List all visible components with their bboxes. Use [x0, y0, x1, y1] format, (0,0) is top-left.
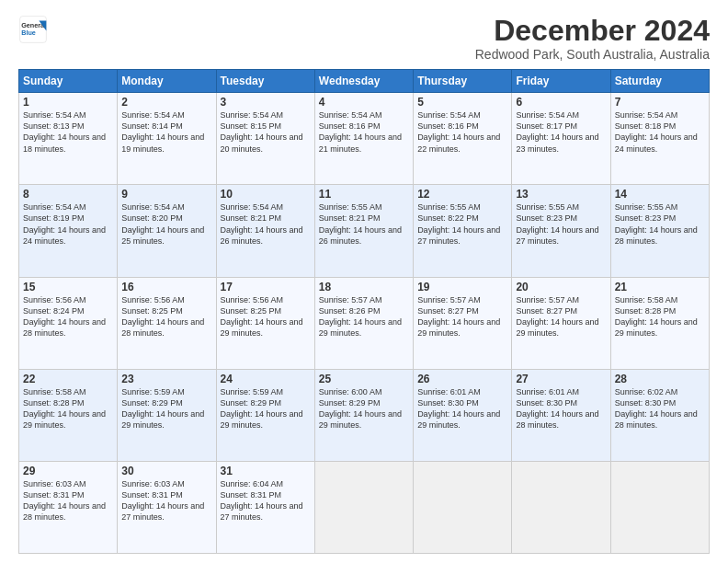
calendar-header: Sunday Monday Tuesday Wednesday Thursday…: [19, 70, 710, 93]
day-number: 12: [417, 188, 507, 201]
col-monday: Monday: [118, 70, 216, 93]
day-number: 25: [319, 373, 409, 385]
table-row: 21 Sunrise: 5:58 AM Sunset: 8:28 PM Dayl…: [610, 277, 709, 369]
day-number: 24: [221, 373, 311, 385]
day-info: Sunrise: 5:54 AM Sunset: 8:14 PM Dayligh…: [121, 109, 211, 155]
calendar-body: 1 Sunrise: 5:54 AM Sunset: 8:13 PM Dayli…: [19, 93, 710, 554]
table-row: 8 Sunrise: 5:54 AM Sunset: 8:19 PM Dayli…: [19, 185, 118, 277]
table-row: 7 Sunrise: 5:54 AM Sunset: 8:18 PM Dayli…: [610, 93, 709, 185]
day-info: Sunrise: 5:54 AM Sunset: 8:17 PM Dayligh…: [516, 109, 606, 155]
table-row: 19 Sunrise: 5:57 AM Sunset: 8:27 PM Dayl…: [414, 277, 512, 369]
day-info: Sunrise: 6:00 AM Sunset: 8:29 PM Dayligh…: [319, 386, 409, 431]
subtitle: Redwood Park, South Australia, Australia: [475, 47, 710, 62]
day-number: 11: [319, 188, 409, 201]
calendar-week-3: 15 Sunrise: 5:56 AM Sunset: 8:24 PM Dayl…: [19, 277, 710, 369]
col-wednesday: Wednesday: [314, 70, 413, 93]
col-saturday: Saturday: [610, 70, 709, 93]
table-row: 4 Sunrise: 5:54 AM Sunset: 8:16 PM Dayli…: [314, 93, 413, 185]
table-row: 18 Sunrise: 5:57 AM Sunset: 8:26 PM Dayl…: [314, 277, 413, 369]
day-number: 10: [221, 188, 311, 201]
table-row: 10 Sunrise: 5:54 AM Sunset: 8:21 PM Dayl…: [216, 185, 314, 277]
table-row: 23 Sunrise: 5:59 AM Sunset: 8:29 PM Dayl…: [118, 369, 216, 461]
table-row: 14 Sunrise: 5:55 AM Sunset: 8:23 PM Dayl…: [610, 185, 709, 277]
day-info: Sunrise: 5:55 AM Sunset: 8:23 PM Dayligh…: [615, 201, 705, 247]
table-row: 16 Sunrise: 5:56 AM Sunset: 8:25 PM Dayl…: [118, 277, 216, 369]
calendar-week-1: 1 Sunrise: 5:54 AM Sunset: 8:13 PM Dayli…: [19, 93, 710, 185]
header: General Blue December 2024 Redwood Park,…: [18, 15, 710, 62]
day-info: Sunrise: 5:59 AM Sunset: 8:29 PM Dayligh…: [121, 386, 211, 431]
table-row: 5 Sunrise: 5:54 AM Sunset: 8:16 PM Dayli…: [414, 93, 512, 185]
day-info: Sunrise: 5:54 AM Sunset: 8:16 PM Dayligh…: [417, 109, 507, 155]
day-info: Sunrise: 6:02 AM Sunset: 8:30 PM Dayligh…: [615, 386, 705, 431]
svg-text:Blue: Blue: [21, 29, 36, 37]
day-info: Sunrise: 5:54 AM Sunset: 8:13 PM Dayligh…: [23, 109, 113, 155]
calendar-week-5: 29 Sunrise: 6:03 AM Sunset: 8:31 PM Dayl…: [19, 461, 710, 553]
header-row: Sunday Monday Tuesday Wednesday Thursday…: [19, 70, 710, 93]
table-row: 22 Sunrise: 5:58 AM Sunset: 8:28 PM Dayl…: [19, 369, 118, 461]
day-number: 26: [417, 373, 507, 385]
table-row: 1 Sunrise: 5:54 AM Sunset: 8:13 PM Dayli…: [19, 93, 118, 185]
day-info: Sunrise: 6:01 AM Sunset: 8:30 PM Dayligh…: [516, 386, 606, 431]
table-row: 3 Sunrise: 5:54 AM Sunset: 8:15 PM Dayli…: [216, 93, 314, 185]
table-row: [610, 461, 709, 553]
day-number: 31: [221, 465, 311, 477]
day-info: Sunrise: 5:56 AM Sunset: 8:24 PM Dayligh…: [23, 294, 113, 339]
day-number: 8: [23, 188, 113, 201]
main-title: December 2024: [475, 15, 710, 47]
table-row: 11 Sunrise: 5:55 AM Sunset: 8:21 PM Dayl…: [314, 185, 413, 277]
day-number: 23: [121, 373, 211, 385]
day-number: 5: [417, 96, 507, 109]
day-number: 22: [23, 373, 113, 385]
day-info: Sunrise: 5:56 AM Sunset: 8:25 PM Dayligh…: [221, 294, 311, 339]
day-info: Sunrise: 5:54 AM Sunset: 8:18 PM Dayligh…: [615, 109, 705, 155]
logo-icon: General Blue: [18, 15, 48, 44]
day-number: 27: [516, 373, 606, 385]
day-number: 14: [615, 188, 705, 201]
calendar-week-2: 8 Sunrise: 5:54 AM Sunset: 8:19 PM Dayli…: [19, 185, 710, 277]
table-row: 15 Sunrise: 5:56 AM Sunset: 8:24 PM Dayl…: [19, 277, 118, 369]
day-number: 18: [319, 281, 409, 293]
day-info: Sunrise: 5:54 AM Sunset: 8:20 PM Dayligh…: [121, 201, 211, 247]
day-number: 1: [23, 96, 113, 109]
day-number: 17: [221, 281, 311, 293]
table-row: 24 Sunrise: 5:59 AM Sunset: 8:29 PM Dayl…: [216, 369, 314, 461]
day-info: Sunrise: 5:57 AM Sunset: 8:26 PM Dayligh…: [319, 294, 409, 339]
table-row: 20 Sunrise: 5:57 AM Sunset: 8:27 PM Dayl…: [512, 277, 610, 369]
col-sunday: Sunday: [19, 70, 118, 93]
table-row: [414, 461, 512, 553]
day-number: 19: [417, 281, 507, 293]
day-number: 21: [615, 281, 705, 293]
day-info: Sunrise: 5:55 AM Sunset: 8:21 PM Dayligh…: [319, 201, 409, 247]
day-info: Sunrise: 5:56 AM Sunset: 8:25 PM Dayligh…: [121, 294, 211, 339]
day-number: 28: [615, 373, 705, 385]
table-row: [314, 461, 413, 553]
table-row: [512, 461, 610, 553]
day-number: 29: [23, 465, 113, 477]
table-row: 6 Sunrise: 5:54 AM Sunset: 8:17 PM Dayli…: [512, 93, 610, 185]
day-number: 4: [319, 96, 409, 109]
day-info: Sunrise: 5:57 AM Sunset: 8:27 PM Dayligh…: [516, 294, 606, 339]
day-number: 13: [516, 188, 606, 201]
calendar-table: Sunday Monday Tuesday Wednesday Thursday…: [18, 69, 710, 554]
day-number: 15: [23, 281, 113, 293]
col-friday: Friday: [512, 70, 610, 93]
day-info: Sunrise: 6:03 AM Sunset: 8:31 PM Dayligh…: [121, 478, 211, 523]
day-number: 7: [615, 96, 705, 109]
table-row: 2 Sunrise: 5:54 AM Sunset: 8:14 PM Dayli…: [118, 93, 216, 185]
col-tuesday: Tuesday: [216, 70, 314, 93]
day-info: Sunrise: 5:54 AM Sunset: 8:21 PM Dayligh…: [221, 201, 311, 247]
day-number: 20: [516, 281, 606, 293]
day-info: Sunrise: 5:59 AM Sunset: 8:29 PM Dayligh…: [221, 386, 311, 431]
calendar-week-4: 22 Sunrise: 5:58 AM Sunset: 8:28 PM Dayl…: [19, 369, 710, 461]
day-info: Sunrise: 5:54 AM Sunset: 8:19 PM Dayligh…: [23, 201, 113, 247]
day-info: Sunrise: 5:57 AM Sunset: 8:27 PM Dayligh…: [417, 294, 507, 339]
table-row: 12 Sunrise: 5:55 AM Sunset: 8:22 PM Dayl…: [414, 185, 512, 277]
day-number: 9: [121, 188, 211, 201]
table-row: 25 Sunrise: 6:00 AM Sunset: 8:29 PM Dayl…: [314, 369, 413, 461]
day-info: Sunrise: 6:01 AM Sunset: 8:30 PM Dayligh…: [417, 386, 507, 431]
table-row: 29 Sunrise: 6:03 AM Sunset: 8:31 PM Dayl…: [19, 461, 118, 553]
day-info: Sunrise: 5:58 AM Sunset: 8:28 PM Dayligh…: [615, 294, 705, 339]
table-row: 26 Sunrise: 6:01 AM Sunset: 8:30 PM Dayl…: [414, 369, 512, 461]
table-row: 27 Sunrise: 6:01 AM Sunset: 8:30 PM Dayl…: [512, 369, 610, 461]
day-info: Sunrise: 5:54 AM Sunset: 8:15 PM Dayligh…: [221, 109, 311, 155]
